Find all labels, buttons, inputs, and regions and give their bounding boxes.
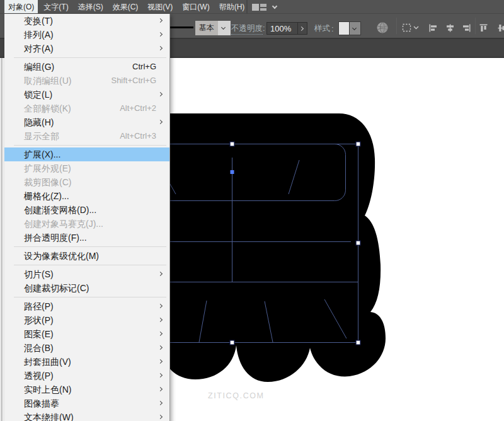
menu-item-arrange[interactable]: 排列(A) (4, 28, 169, 42)
opacity-value[interactable]: 100% (267, 23, 297, 34)
workspace-icon (252, 4, 266, 11)
menu-item-lock[interactable]: 锁定(L) (4, 88, 169, 101)
menu-item-label: 隐藏(H) (24, 117, 54, 127)
opacity-input[interactable]: 100% (266, 22, 307, 35)
menu-item-flatten-transparency[interactable]: 拼合透明度(F)... (4, 231, 169, 245)
menu-item-perspective[interactable]: 透视(P) (4, 369, 169, 383)
menu-item-label: 创建裁切标记(C) (24, 283, 89, 293)
menubar-item-effect[interactable]: 效果(C) (109, 0, 142, 13)
menu-item-label: 图案(E) (24, 329, 54, 339)
menubar-item-help[interactable]: 帮助(H) (215, 0, 249, 13)
menu-item-label: 排列(A) (24, 30, 54, 40)
opacity-label: 不透明度 (231, 23, 263, 35)
menu-item-path[interactable]: 路径(P) (4, 299, 169, 313)
menu-item-shortcut: Shift+Ctrl+G (111, 74, 156, 88)
menu-item-unlock-all[interactable]: 全部解锁(K)Alt+Ctrl+2 (4, 101, 169, 115)
menu-separator (4, 245, 169, 249)
menu-item-align[interactable]: 对齐(A) (4, 42, 169, 55)
menu-item-shortcut: Alt+Ctrl+3 (120, 129, 156, 143)
menu-item-pattern[interactable]: 图案(E) (4, 327, 169, 341)
style-swatch[interactable] (338, 21, 350, 35)
menu-item-object-mosaic[interactable]: 创建对象马赛克(J)... (4, 217, 169, 231)
menu-item-label: 创建渐变网格(D)... (24, 205, 96, 215)
menu-item-label: 取消编组(U) (24, 76, 71, 86)
menu-item-rasterize[interactable]: 栅格化(Z)... (4, 189, 169, 203)
watermark: ZITICQ.COM (208, 391, 265, 400)
menu-item-label: 路径(P) (24, 301, 54, 311)
menu-item-label: 全部解锁(K) (24, 103, 71, 113)
menu-item-label: 锁定(L) (24, 89, 52, 100)
menu-item-show-all[interactable]: 显示全部Alt+Ctrl+3 (4, 129, 169, 143)
menu-item-blend[interactable]: 混合(B) (4, 341, 169, 355)
menu-item-crop-image[interactable]: 裁剪图像(C) (4, 175, 169, 189)
menu-item-slice[interactable]: 切片(S) (4, 267, 169, 281)
align-left-icon[interactable] (429, 24, 437, 32)
menu-item-label: 创建对象马赛克(J)... (24, 219, 103, 229)
menu-item-label: 封套扭曲(V) (24, 357, 71, 367)
menu-item-label: 切片(S) (24, 269, 54, 279)
menu-item-envelope-distort[interactable]: 封套扭曲(V) (4, 355, 169, 369)
menu-item-text-wrap[interactable]: 文本绕排(W) (4, 410, 169, 421)
bounding-box-options-icon[interactable] (402, 23, 420, 32)
menubar-item-window[interactable]: 窗口(W) (178, 0, 213, 13)
menu-item-live-paint[interactable]: 实时上色(N) (4, 383, 169, 396)
menu-item-label: 扩展(X)... (24, 149, 60, 159)
submenu-arrow-icon (158, 46, 163, 50)
style-colon: : (331, 24, 334, 33)
menu-item-expand[interactable]: 扩展(X)... (4, 147, 169, 161)
menu-item-pixel-perfect[interactable]: 设为像素级优化(M) (4, 249, 169, 263)
stroke-style-dropdown[interactable]: 基本 (195, 21, 231, 35)
tools-panel-sliver (0, 58, 4, 421)
style-label: 样式 (314, 23, 330, 33)
menu-item-hide[interactable]: 隐藏(H) (4, 115, 169, 129)
submenu-arrow-icon (158, 92, 163, 96)
submenu-arrow-icon (158, 318, 163, 322)
menubar-item-object[interactable]: 对象(O) (4, 0, 38, 13)
menu-item-label: 图像描摹 (24, 398, 59, 408)
menubar-item-type[interactable]: 文字(T) (40, 0, 72, 13)
menu-separator (4, 263, 169, 267)
align-right-icon[interactable] (462, 24, 471, 32)
menu-item-label: 显示全部 (24, 131, 59, 141)
menu-separator (4, 295, 169, 299)
opacity-expand-icon[interactable] (297, 23, 307, 34)
menu-item-label: 设为像素级优化(M) (24, 251, 99, 261)
submenu-arrow-icon (158, 272, 163, 276)
menubar-item-select[interactable]: 选择(S) (74, 0, 107, 13)
menu-item-label: 对齐(A) (24, 43, 54, 54)
menu-item-shape[interactable]: 形状(P) (4, 313, 169, 327)
menu-item-gradient-mesh[interactable]: 创建渐变网格(D)... (4, 203, 169, 217)
align-top-icon[interactable] (479, 24, 488, 32)
menu-item-group[interactable]: 编组(G)Ctrl+G (4, 60, 169, 74)
menu-item-label: 编组(G) (24, 62, 54, 72)
workspace-switcher[interactable] (252, 0, 277, 14)
menu-item-image-trace[interactable]: 图像描摹 (4, 396, 169, 410)
menu-item-label: 扩展外观(E) (24, 163, 71, 173)
menu-item-crop-marks[interactable]: 创建裁切标记(C) (4, 281, 169, 295)
chevron-down-icon (272, 3, 277, 8)
submenu-arrow-icon (158, 387, 163, 391)
menu-item-label: 栅格化(Z)... (24, 191, 69, 201)
menu-item-label: 文本绕排(W) (24, 412, 74, 421)
menu-item-shortcut: Alt+Ctrl+2 (120, 101, 156, 115)
submenu-arrow-icon (158, 18, 163, 23)
submenu-arrow-icon (158, 345, 163, 350)
align-center-icon[interactable] (446, 24, 454, 32)
menu-item-ungroup[interactable]: 取消编组(U)Shift+Ctrl+G (4, 74, 169, 88)
menu-item-label: 形状(P) (24, 315, 54, 325)
menu-item-shortcut: Ctrl+G (132, 60, 156, 74)
style-dropdown-icon[interactable] (350, 21, 361, 35)
menubar-divider (246, 0, 248, 14)
align-vcenter-icon[interactable] (498, 24, 504, 32)
menu-item-expand-appearance[interactable]: 扩展外观(E) (4, 161, 169, 175)
document-setup-globe-icon[interactable] (376, 21, 389, 34)
submenu-arrow-icon (158, 304, 163, 308)
menu-item-label: 变换(T) (24, 16, 53, 26)
menu-item-label: 混合(B) (24, 343, 54, 353)
menu-item-label: 裁剪图像(C) (24, 177, 71, 187)
menu-item-label: 实时上色(N) (24, 384, 71, 395)
submenu-arrow-icon (158, 332, 163, 336)
menu-item-transform[interactable]: 变换(T) (4, 14, 169, 28)
menubar-item-view[interactable]: 视图(V) (144, 0, 176, 13)
chevron-down-icon[interactable] (218, 21, 231, 35)
